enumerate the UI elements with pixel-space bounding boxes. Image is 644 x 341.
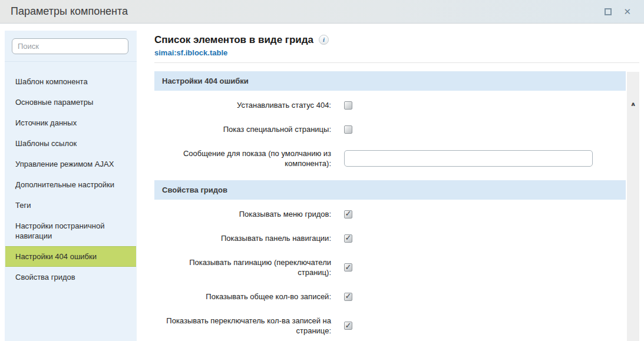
field-row: Показывать пагинацию (переключатели стра…	[154, 257, 626, 277]
checkbox-checked[interactable]: ✓	[344, 263, 352, 272]
scroll-up-icon[interactable]: ∧	[630, 99, 636, 314]
title-bar: Параметры компонента ✕	[0, 0, 644, 24]
field-row: Показывать переключатель кол-ва записей …	[154, 316, 626, 336]
form-section: Настройки 404 ошибки Устанавливать стату…	[154, 71, 626, 168]
checkbox-unchecked[interactable]	[344, 125, 352, 134]
window-title: Параметры компонента	[0, 5, 605, 18]
field-control: ✓	[344, 234, 352, 243]
checkbox-checked[interactable]: ✓	[344, 210, 352, 218]
field-label: Показывать панель навигации:	[154, 233, 331, 243]
field-label: Устанавливать статус 404:	[154, 100, 331, 110]
sidebar-item[interactable]: Теги	[5, 195, 137, 216]
field-control	[344, 101, 352, 110]
field-row: Показывать меню гридов: ✓	[154, 209, 626, 219]
section-header: Настройки 404 ошибки	[154, 71, 626, 91]
field-control	[344, 125, 352, 134]
field-label: Показывать пагинацию (переключатели стра…	[154, 257, 331, 277]
check-icon: ✓	[345, 263, 352, 271]
vertical-scrollbar[interactable]: ∧	[627, 72, 639, 341]
component-name-link[interactable]: simai:sf.iblock.table	[154, 48, 227, 57]
field-control	[344, 150, 593, 167]
sidebar-item[interactable]: Шаблоны ссылок	[5, 133, 137, 154]
field-row: Показывать общее кол-во записей: ✓	[154, 292, 626, 302]
field-control: ✓	[344, 263, 352, 272]
check-icon: ✓	[345, 322, 352, 329]
section-header: Свойства гридов	[154, 180, 626, 200]
field-label: Показывать переключатель кол-ва записей …	[154, 316, 331, 336]
section-title: Настройки 404 ошибки	[162, 77, 249, 85]
sidebar-item[interactable]: Настройки 404 ошибки	[5, 246, 136, 267]
search-wrap	[5, 31, 137, 62]
checkbox-checked[interactable]: ✓	[344, 234, 352, 243]
main-header: Список элементов в виде гридаi simai:sf.…	[154, 34, 626, 58]
sidebar: Шаблон компонентаОсновные параметрыИсточ…	[5, 31, 137, 341]
field-control: ✓	[344, 210, 352, 218]
field-label: Сообщение для показа (по умолчанию из ко…	[154, 148, 331, 168]
sidebar-item[interactable]: Основные параметры	[5, 92, 137, 112]
section-title: Свойства гридов	[162, 186, 227, 194]
sidebar-item[interactable]: Свойства гридов	[5, 267, 137, 287]
field-row: Показ специальной страницы:	[154, 124, 626, 134]
sidebar-item[interactable]: Настройки постраничной навигации	[5, 216, 137, 246]
sidebar-item[interactable]: Дополнительные настройки	[5, 174, 137, 195]
close-icon[interactable]: ✕	[623, 8, 631, 15]
field-row: Устанавливать статус 404:	[154, 100, 626, 110]
sidebar-item[interactable]: Источник данных	[5, 112, 137, 133]
field-control: ✓	[344, 322, 352, 330]
header-divider	[154, 62, 639, 63]
field-row: Показывать панель навигации: ✓	[154, 233, 626, 243]
field-row: Сообщение для показа (по умолчанию из ко…	[154, 148, 626, 168]
check-icon: ✓	[345, 292, 352, 300]
field-label: Показ специальной страницы:	[154, 124, 331, 134]
form-area: Настройки 404 ошибки Устанавливать стату…	[154, 71, 626, 341]
sidebar-item[interactable]: Управление режимом AJAX	[5, 154, 137, 174]
field-control: ✓	[344, 293, 352, 301]
form-section: Свойства гридов Показывать меню гридов: …	[154, 180, 626, 336]
section-body: Показывать меню гридов: ✓ Показывать пан…	[154, 209, 626, 336]
checkbox-checked[interactable]: ✓	[344, 322, 352, 330]
page-title: Список элементов в виде грида	[154, 34, 313, 45]
section-body: Устанавливать статус 404: Показ специаль…	[154, 100, 626, 168]
sidebar-item[interactable]: Шаблон компонента	[5, 71, 137, 92]
sidebar-menu: Шаблон компонентаОсновные параметрыИсточ…	[5, 62, 137, 287]
check-icon: ✓	[345, 210, 352, 217]
check-icon: ✓	[345, 234, 352, 241]
field-label: Показывать общее кол-во записей:	[154, 292, 331, 302]
checkbox-checked[interactable]: ✓	[344, 293, 352, 301]
info-icon[interactable]: i	[319, 35, 329, 45]
message-text-input[interactable]	[344, 150, 593, 167]
checkbox-unchecked[interactable]	[344, 101, 352, 110]
window-controls: ✕	[605, 8, 644, 15]
field-label: Показывать меню гридов:	[154, 209, 331, 219]
maximize-icon[interactable]	[605, 8, 612, 15]
search-input[interactable]	[12, 38, 128, 54]
